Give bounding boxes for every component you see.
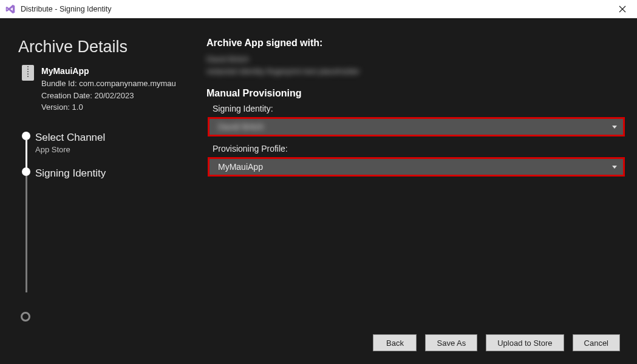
- manual-provisioning-heading: Manual Provisioning: [206, 88, 625, 99]
- dialog-body: Archive Details MyMauiApp Bundle Id: com…: [0, 18, 637, 364]
- step-dot-icon: [21, 312, 30, 322]
- app-info-lines: MyMauiApp Bundle Id: com.companyname.mym…: [41, 65, 176, 113]
- vs-logo-icon: [5, 4, 16, 15]
- save-as-button[interactable]: Save As: [425, 334, 477, 351]
- wizard-steps: Select Channel App Store Signing Identit…: [18, 129, 200, 312]
- step-connector: [26, 140, 27, 169]
- cancel-button[interactable]: Cancel: [573, 334, 620, 351]
- chevron-down-icon: [612, 126, 617, 129]
- dialog-footer: Back Save As Upload to Store Cancel: [0, 328, 637, 364]
- chevron-down-icon: [612, 166, 617, 169]
- app-name: MyMauiApp: [41, 65, 176, 78]
- archive-file-icon: [22, 65, 34, 81]
- app-info-block: MyMauiApp Bundle Id: com.companyname.mym…: [18, 65, 200, 113]
- app-bundle-id: Bundle Id: com.companyname.mymau: [41, 78, 176, 90]
- step-select-channel[interactable]: Select Channel App Store: [32, 129, 200, 165]
- provisioning-profile-label: Provisioning Profile:: [213, 144, 625, 153]
- step-title: Select Channel: [35, 132, 200, 144]
- close-icon: [619, 5, 626, 13]
- provisioning-profile-value: MyMauiApp: [218, 162, 263, 172]
- signing-identity-select[interactable]: David Britch: [208, 117, 625, 136]
- right-column: Archive App signed with: David Britch re…: [200, 38, 625, 328]
- signed-with-heading: Archive App signed with:: [206, 38, 625, 49]
- signed-with-line1: David Britch: [206, 53, 625, 66]
- archive-details-heading: Archive Details: [18, 38, 200, 56]
- left-column: Archive Details MyMauiApp Bundle Id: com…: [18, 38, 200, 328]
- step-connector: [26, 176, 27, 292]
- upload-to-store-button[interactable]: Upload to Store: [486, 334, 564, 351]
- window-title: Distribute - Signing Identity: [21, 5, 111, 13]
- step-final: [32, 190, 200, 312]
- app-creation-date: Creation Date: 20/02/2023: [41, 90, 176, 102]
- signing-identity-value: David Britch: [218, 122, 264, 132]
- step-subtitle: App Store: [35, 145, 200, 154]
- app-version: Version: 1.0: [41, 101, 176, 113]
- step-dot-icon: [22, 167, 30, 176]
- step-dot-icon: [22, 132, 30, 140]
- step-title: Signing Identity: [35, 167, 200, 180]
- signing-identity-label: Signing Identity:: [213, 104, 625, 113]
- close-button[interactable]: [610, 1, 635, 18]
- signed-with-line2: redacted identity fingerprint text place…: [206, 66, 625, 78]
- provisioning-profile-select[interactable]: MyMauiApp: [208, 157, 625, 177]
- step-signing-identity[interactable]: Signing Identity: [32, 165, 200, 190]
- back-button[interactable]: Back: [373, 334, 417, 351]
- titlebar: Distribute - Signing Identity: [0, 0, 637, 18]
- signed-with-details: David Britch redacted identity fingerpri…: [206, 53, 625, 77]
